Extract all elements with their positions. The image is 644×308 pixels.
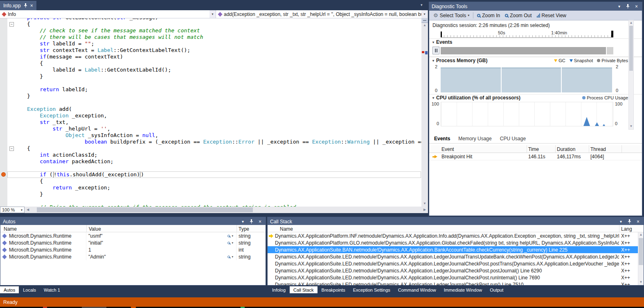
scrollbar-thumb[interactable] bbox=[639, 238, 643, 265]
column-header-lang[interactable]: Lang bbox=[621, 226, 632, 232]
autos-row[interactable]: Microsoft.Dynamics.Runtime"Admin"▾string bbox=[0, 253, 266, 260]
tool-window-tab-breakpoints[interactable]: Breakpoints bbox=[318, 286, 349, 293]
cpu-section-header[interactable]: ▾ CPU utilization (% of all processors) … bbox=[429, 94, 642, 101]
callstack-frame[interactable]: Dynamics.AX.ApplicationSuite.LED.netmodu… bbox=[268, 267, 644, 274]
breakpoint-indicator[interactable] bbox=[1, 172, 6, 177]
breakpoint-margin[interactable] bbox=[0, 119, 7, 126]
autos-row[interactable]: Microsoft.Dynamics.Runtime"usmf"▾string bbox=[0, 232, 266, 239]
breakpoint-margin[interactable] bbox=[0, 158, 7, 165]
diag-tab-cpu-usage[interactable]: CPU Usage bbox=[499, 135, 527, 143]
tool-window-tab-exception-settings[interactable]: Exception Settings bbox=[349, 286, 394, 293]
scrollbar-thumb[interactable] bbox=[37, 207, 253, 212]
breakpoint-margin[interactable] bbox=[0, 93, 7, 99]
tool-window-tab-locals[interactable]: Locals bbox=[19, 286, 40, 293]
callstack-frame[interactable]: Dynamics.AX.ApplicationSuite.LED.netmodu… bbox=[268, 253, 644, 260]
pin-icon[interactable] bbox=[248, 219, 254, 224]
memory-section-header[interactable]: ▾ Process Memory (GB) GC Snapshot Privat… bbox=[429, 57, 642, 64]
callstack-frame[interactable]: Dynamics.AX.ApplicationSuite.BAN.netmodu… bbox=[268, 246, 644, 253]
breakpoint-margin[interactable] bbox=[0, 171, 7, 178]
member-dropdown[interactable]: add(Exception _exception, str _txt, str … bbox=[216, 10, 428, 18]
zoom-in-button[interactable]: Zoom In bbox=[475, 11, 502, 20]
scroll-up-icon[interactable]: ▲ bbox=[638, 232, 644, 237]
chevron-down-icon[interactable]: ▾ bbox=[616, 4, 622, 9]
pin-icon[interactable] bbox=[24, 3, 27, 8]
watched-expression-box[interactable]: !this.shouldAdd(_exception) bbox=[54, 171, 140, 178]
diagnostics-scrollbar[interactable]: ▲ ▼ bbox=[628, 20, 634, 130]
breakpoint-margin[interactable] bbox=[0, 126, 7, 132]
splitter-grip[interactable] bbox=[421, 18, 428, 23]
pin-icon[interactable] bbox=[625, 4, 631, 9]
breakpoint-margin[interactable] bbox=[0, 47, 7, 54]
tool-window-tab-autos[interactable]: Autos bbox=[0, 286, 19, 293]
breakpoint-margin[interactable] bbox=[0, 80, 7, 86]
breakpoint-margin[interactable] bbox=[0, 132, 7, 139]
collapse-icon[interactable]: ▾ bbox=[432, 96, 434, 100]
text-visualizer-button[interactable]: ▾ bbox=[227, 241, 233, 245]
breakpoint-margin[interactable] bbox=[0, 27, 7, 34]
chevron-down-icon[interactable]: ▾ bbox=[240, 219, 246, 224]
breakpoint-margin[interactable] bbox=[0, 139, 7, 145]
breakpoint-margin[interactable] bbox=[0, 184, 7, 191]
diag-tab-memory-usage[interactable]: Memory Usage bbox=[457, 135, 492, 143]
breakpoint-margin[interactable] bbox=[0, 165, 7, 171]
select-tools-button[interactable]: ⚙ Select Tools ▾ bbox=[431, 11, 472, 20]
breakpoint-margin[interactable] bbox=[0, 191, 7, 198]
breakpoint-margin[interactable] bbox=[0, 86, 7, 93]
collapse-icon[interactable]: ▾ bbox=[432, 40, 434, 44]
column-header-duration[interactable]: Duration bbox=[557, 146, 575, 152]
tool-window-tab-infolog[interactable]: Infolog bbox=[268, 286, 289, 293]
scroll-down-icon[interactable]: ▼ bbox=[421, 201, 428, 206]
callstack-header[interactable]: Call Stack ▾ × bbox=[268, 217, 644, 226]
chevron-down-icon[interactable]: ▾ bbox=[618, 219, 624, 224]
chevron-down-icon[interactable]: ▾ bbox=[209, 10, 216, 18]
type-dropdown[interactable]: Info ▾ bbox=[0, 10, 216, 18]
scroll-down-icon[interactable]: ▼ bbox=[629, 124, 633, 129]
editor-horizontal-scrollbar[interactable] bbox=[31, 207, 421, 213]
column-header-time[interactable]: Time bbox=[528, 146, 539, 152]
document-tab-info-xpp[interactable]: Info.xpp × bbox=[0, 1, 36, 10]
tool-window-tab-watch-1[interactable]: Watch 1 bbox=[40, 286, 64, 293]
callstack-scrollbar[interactable]: ▲ ▼ bbox=[638, 232, 644, 285]
breakpoint-margin[interactable] bbox=[0, 60, 7, 67]
tool-window-tab-call-stack[interactable]: Call Stack bbox=[290, 286, 317, 293]
pin-icon[interactable] bbox=[626, 219, 633, 224]
autos-row[interactable]: Microsoft.Dynamics.Runtime1int bbox=[0, 246, 266, 253]
breakpoint-margin[interactable] bbox=[0, 73, 7, 80]
close-icon[interactable]: × bbox=[257, 219, 263, 225]
close-icon[interactable]: × bbox=[635, 219, 641, 225]
close-icon[interactable]: × bbox=[30, 3, 33, 9]
tool-window-tab-output[interactable]: Output bbox=[486, 286, 507, 293]
editor-vertical-scrollbar[interactable]: ▲ ▼ bbox=[421, 18, 428, 207]
breakpoint-margin[interactable] bbox=[0, 106, 7, 112]
diag-tab-events[interactable]: Events bbox=[433, 135, 451, 143]
scroll-down-icon[interactable]: ▼ bbox=[638, 280, 644, 285]
autos-header[interactable]: Autos ▾ × bbox=[0, 217, 266, 226]
breakpoint-margin[interactable] bbox=[0, 152, 7, 158]
column-header-name[interactable]: Name bbox=[280, 226, 293, 232]
code-editor[interactable]: private str GetLabelContext(str _message… bbox=[0, 18, 421, 207]
collapse-icon[interactable]: ▾ bbox=[432, 59, 434, 63]
breakpoint-margin[interactable] bbox=[0, 145, 7, 152]
text-visualizer-button[interactable]: ▾ bbox=[227, 255, 233, 259]
callstack-frame[interactable]: Dynamics.AX.ApplicationSuite.LED.netmodu… bbox=[268, 281, 644, 285]
breakpoint-margin[interactable] bbox=[0, 112, 7, 119]
breakpoint-margin[interactable] bbox=[0, 67, 7, 73]
column-header-type[interactable]: Type bbox=[239, 226, 249, 232]
zoom-level-dropdown[interactable]: 100 % ▾ bbox=[0, 207, 25, 213]
close-icon[interactable]: × bbox=[633, 4, 639, 9]
tool-window-tab-immediate-window[interactable]: Immediate Window bbox=[440, 286, 486, 293]
autos-row[interactable]: Microsoft.Dynamics.Runtime"initial"▾stri… bbox=[0, 239, 266, 246]
fold-collapse-button[interactable]: − bbox=[9, 22, 14, 27]
column-header-thread[interactable]: Thread bbox=[590, 146, 606, 152]
diagnostic-tools-header[interactable]: Diagnostic Tools ▾ × bbox=[429, 2, 642, 11]
tool-window-tab-command-window[interactable]: Command Window bbox=[394, 286, 440, 293]
scroll-left-icon[interactable]: ◀ bbox=[25, 207, 31, 213]
breakpoint-margin[interactable] bbox=[0, 54, 7, 60]
callstack-frame[interactable]: Dynamics.AX.ApplicationSuite.LED.netmodu… bbox=[268, 274, 644, 281]
callstack-frame[interactable]: Dynamics.AX.ApplicationSuite.LED.netmodu… bbox=[268, 260, 644, 267]
scroll-up-icon[interactable]: ▲ bbox=[421, 23, 428, 28]
breakpoint-margin[interactable] bbox=[0, 40, 7, 47]
column-header-name[interactable]: Name bbox=[4, 226, 17, 232]
column-header-event[interactable]: Event bbox=[441, 146, 454, 152]
breakpoint-margin[interactable] bbox=[0, 198, 7, 204]
